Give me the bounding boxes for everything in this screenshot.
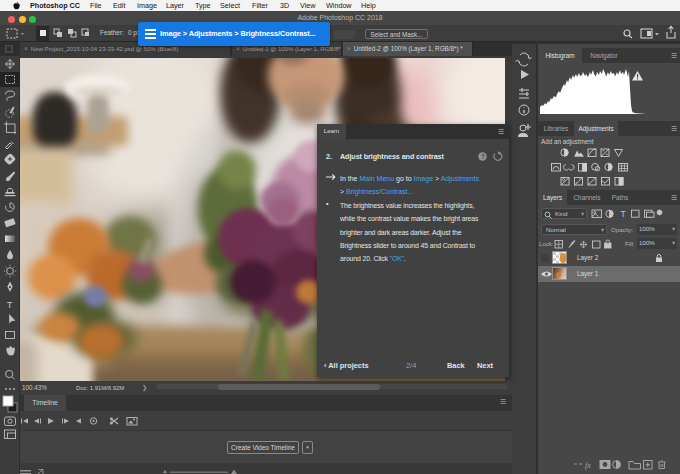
svg-text:T: T <box>7 299 13 310</box>
svg-text:?: ? <box>481 153 485 160</box>
svg-text:fx: fx <box>585 461 591 470</box>
svg-text:T: T <box>621 209 626 219</box>
